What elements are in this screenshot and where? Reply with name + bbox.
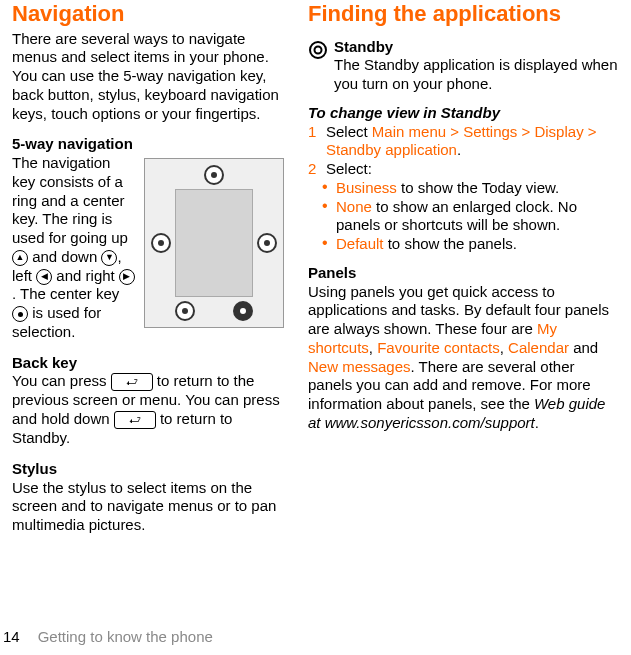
change-view-heading: To change view in Standby (308, 104, 619, 123)
back-key-icon: ⮐ (114, 411, 156, 429)
text-fragment: Using panels you get quick access to app… (308, 283, 609, 338)
panels-heading: Panels (308, 264, 619, 283)
stylus-heading: Stylus (12, 460, 284, 479)
figure-phone-body (175, 189, 253, 297)
figure-ring-icon (204, 165, 224, 185)
back-key-text: You can press ⮐ to return to the previou… (12, 372, 284, 448)
standby-heading: Standby (334, 38, 619, 57)
five-way-block: The navigation key consists of a ring an… (12, 154, 284, 342)
nav-right-icon (119, 269, 135, 285)
option-name: None (336, 198, 372, 215)
text-fragment: . The center key (12, 285, 119, 302)
step-number: 2 (308, 160, 320, 179)
svg-point-1 (315, 46, 322, 53)
standby-body: The Standby application is displayed whe… (334, 56, 619, 94)
step-body: Select Main menu > Settings > Display > … (326, 123, 619, 161)
panel-name: Favourite contacts (377, 339, 500, 356)
text-fragment: Select (326, 123, 372, 140)
step-body: Select: (326, 160, 619, 179)
option-name: Business (336, 179, 397, 196)
text-fragment: The navigation key consists of a ring an… (12, 154, 128, 246)
nav-left-icon (36, 269, 52, 285)
finding-apps-title: Finding the applications (308, 0, 619, 28)
figure-ring-icon (257, 233, 277, 253)
bullet-icon: • (322, 179, 330, 198)
text-fragment: to show an enlarged clock. No panels or … (336, 198, 577, 234)
panels-text: Using panels you get quick access to app… (308, 283, 619, 433)
figure-ring-icon (233, 301, 253, 321)
footer-section-label: Getting to know the phone (38, 628, 213, 647)
stylus-text: Use the stylus to select items on the sc… (12, 479, 284, 535)
nav-center-icon (12, 306, 28, 322)
figure-ring-icon (151, 233, 171, 253)
left-column: Navigation There are several ways to nav… (12, 0, 284, 535)
bullet-text: Business to show the Today view. (336, 179, 559, 198)
bullet-business: • Business to show the Today view. (308, 179, 619, 198)
figure-ring-icon (175, 301, 195, 321)
text-fragment: You can press (12, 372, 111, 389)
standby-block: Standby The Standby application is displ… (308, 38, 619, 94)
two-column-layout: Navigation There are several ways to nav… (12, 0, 619, 535)
standby-text: Standby The Standby application is displ… (334, 38, 619, 94)
page-footer: 14 Getting to know the phone (0, 628, 213, 647)
svg-point-0 (310, 42, 326, 58)
bullet-none: • None to show an enlarged clock. No pan… (308, 198, 619, 236)
navigation-intro: There are several ways to navigate menus… (12, 30, 284, 124)
option-name: Default (336, 235, 384, 252)
text-fragment: and right (52, 267, 119, 284)
panel-name: Calendar (508, 339, 569, 356)
text-fragment: to show the Today view. (397, 179, 559, 196)
back-key-icon: ⮐ (111, 373, 153, 391)
text-fragment: , (369, 339, 377, 356)
step-1: 1 Select Main menu > Settings > Display … (308, 123, 619, 161)
text-fragment: and (569, 339, 598, 356)
right-column: Finding the applications Standby The Sta… (308, 0, 619, 535)
bullet-icon: • (322, 198, 330, 236)
five-way-figure (144, 158, 284, 328)
text-fragment: , (500, 339, 508, 356)
nav-down-icon (101, 250, 117, 266)
standby-icon (308, 40, 328, 60)
panel-name: New messages (308, 358, 411, 375)
bullet-text: Default to show the panels. (336, 235, 517, 254)
page-number: 14 (3, 628, 20, 647)
navigation-title: Navigation (12, 0, 284, 28)
text-fragment: . (457, 141, 461, 158)
bullet-icon: • (322, 235, 330, 254)
text-fragment: . (535, 414, 539, 431)
text-fragment: to show the panels. (384, 235, 517, 252)
nav-up-icon (12, 250, 28, 266)
step-number: 1 (308, 123, 320, 161)
text-fragment: and down (28, 248, 101, 265)
back-key-heading: Back key (12, 354, 284, 373)
five-way-heading: 5-way navigation (12, 135, 284, 154)
bullet-default: • Default to show the panels. (308, 235, 619, 254)
step-2: 2 Select: (308, 160, 619, 179)
bullet-text: None to show an enlarged clock. No panel… (336, 198, 619, 236)
